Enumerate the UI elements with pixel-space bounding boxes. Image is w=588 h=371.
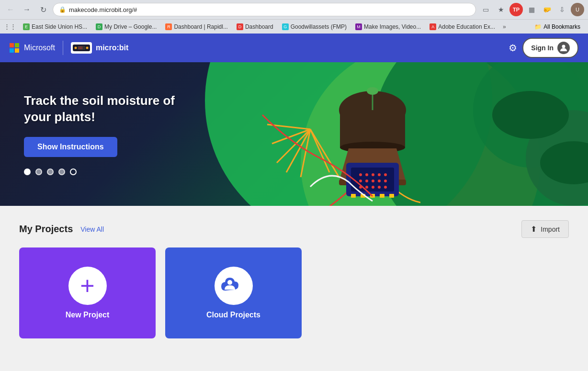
svg-point-1 [74,47,77,49]
bookmark-favicon-6: M [355,23,362,30]
view-all-link[interactable]: View All [80,225,104,233]
bookmark-dashboard-rapidl[interactable]: R Dashboard | Rapidl... [161,22,232,32]
import-button[interactable]: ⬆ Import [521,220,569,238]
bookmark-east-side[interactable]: E East Side Union HS... [19,22,91,32]
bookmark-favicon-5: G [282,23,289,30]
app-header: Microsoft micro:bit ⚙ Sign In [0,34,588,62]
browser-titlebar: ← → ↻ 🔒 makecode.microbit.org/# ▭ ★ TP ▦… [0,0,588,19]
svg-point-23 [367,87,378,95]
projects-title: My Projects [19,224,73,235]
bookmark-favicon-1: E [23,23,30,30]
apps-icon[interactable]: ⋮⋮ [4,23,16,30]
hero-banner: Track the soil moisture of your plants! … [0,62,588,206]
url-text: makecode.microbit.org/# [69,6,137,13]
svg-point-6 [81,47,82,48]
plus-icon: + [80,273,94,298]
lock-icon: 🔒 [59,6,66,13]
reload-button[interactable]: ↻ [36,3,50,16]
extension2-button[interactable]: ▦ [525,3,538,16]
download-button[interactable]: ⇩ [555,3,569,16]
browser-chrome: ← → ↻ 🔒 makecode.microbit.org/# ▭ ★ TP ▦… [0,0,588,34]
back-button[interactable]: ← [4,3,17,16]
sign-in-label: Sign In [531,44,554,52]
main-content: My Projects View All ⬆ Import + New Proj… [0,206,588,353]
bookmark-goodwill[interactable]: G Goodwillassets (FMP) [278,22,351,32]
bookmark-label-6: Make Images, Video... [364,23,421,30]
microbit-logo[interactable]: micro:bit [71,42,128,54]
hero-content: Track the soil moisture of your plants! … [0,74,201,194]
bookmarks-bar: ⋮⋮ E East Side Union HS... D My Drive – … [0,19,588,34]
bookmark-adobe[interactable]: A Adobe Education Ex... [426,22,499,32]
bookmarks-overflow[interactable]: » [500,22,509,32]
projects-grid: + New Project Cloud Projects [19,247,569,338]
microbit-icon [71,42,92,54]
bookmark-label-2: My Drive – Google... [104,23,157,30]
bookmark-label-4: Dashboard [245,23,273,30]
carousel-dot-2[interactable] [35,169,42,175]
bookmark-favicon-2: D [96,23,102,30]
bookmark-label-3: Dashboard | Rapidl... [174,23,228,30]
all-bookmarks-folder[interactable]: 📁 All Bookmarks [531,22,584,32]
show-instructions-button[interactable]: Show Instructions [24,137,117,157]
projects-header: My Projects View All ⬆ Import [19,220,569,238]
new-project-icon: + [68,267,107,305]
carousel-dot-4[interactable] [58,169,65,175]
carousel-dot-3[interactable] [47,169,54,175]
svg-point-8 [80,48,81,49]
forward-button[interactable]: → [20,3,34,16]
cloud-projects-label: Cloud Projects [206,311,260,319]
sign-in-avatar-icon [557,42,570,54]
svg-point-10 [562,45,565,48]
toolbar-icons: ▭ ★ TP ▦ 🤛 ⇩ U [479,3,584,16]
svg-point-50 [227,280,232,285]
bookmark-label-1: East Side Union HS... [32,23,87,30]
new-project-card[interactable]: + New Project [19,247,156,338]
extensions-button[interactable]: 🤛 [540,3,554,16]
new-project-label: New Project [66,311,110,319]
svg-point-48 [492,91,569,139]
bookmark-favicon-4: D [237,23,243,30]
bookmark-my-drive[interactable]: D My Drive – Google... [92,22,160,32]
cloud-person-icon [219,274,248,298]
microsoft-logo[interactable]: Microsoft [10,43,55,53]
svg-point-5 [80,47,81,48]
hero-title: Track the soil moisture of your plants! [24,93,177,125]
cast-button[interactable]: ▭ [479,3,492,16]
sign-in-button[interactable]: Sign In [522,38,578,58]
user-avatar[interactable]: U [571,3,584,16]
carousel-dot-5[interactable] [70,169,77,175]
profile-tp-button[interactable]: TP [509,3,523,16]
header-divider [63,41,63,55]
cloud-projects-card[interactable]: Cloud Projects [165,247,302,338]
carousel-dots [24,169,177,175]
microbit-text: micro:bit [96,44,128,52]
all-bookmarks-label: All Bookmarks [543,23,580,30]
address-bar[interactable]: 🔒 makecode.microbit.org/# [53,3,476,16]
bookmark-star-button[interactable]: ★ [494,3,508,16]
microsoft-text: Microsoft [24,44,55,52]
svg-point-7 [79,48,79,49]
windows-logo-icon [10,43,19,53]
carousel-dot-1[interactable] [24,169,31,175]
bookmark-favicon-7: A [430,23,436,30]
bookmark-label-7: Adobe Education Ex... [438,23,495,30]
cloud-projects-icon [215,267,253,305]
bookmark-favicon-3: R [165,23,172,30]
bookmark-make-images[interactable]: M Make Images, Video... [351,22,425,32]
import-icon: ⬆ [531,225,537,234]
svg-point-2 [86,47,88,49]
settings-button[interactable]: ⚙ [503,38,522,57]
import-label: Import [541,225,560,233]
folder-icon: 📁 [534,23,542,30]
svg-rect-3 [78,46,85,50]
hero-illustration [157,62,588,206]
svg-point-4 [79,47,79,48]
bookmark-label-5: Goodwillassets (FMP) [291,23,347,30]
bookmark-dashboard[interactable]: D Dashboard [233,22,277,32]
svg-point-9 [81,48,82,49]
gear-icon: ⚙ [509,42,517,54]
